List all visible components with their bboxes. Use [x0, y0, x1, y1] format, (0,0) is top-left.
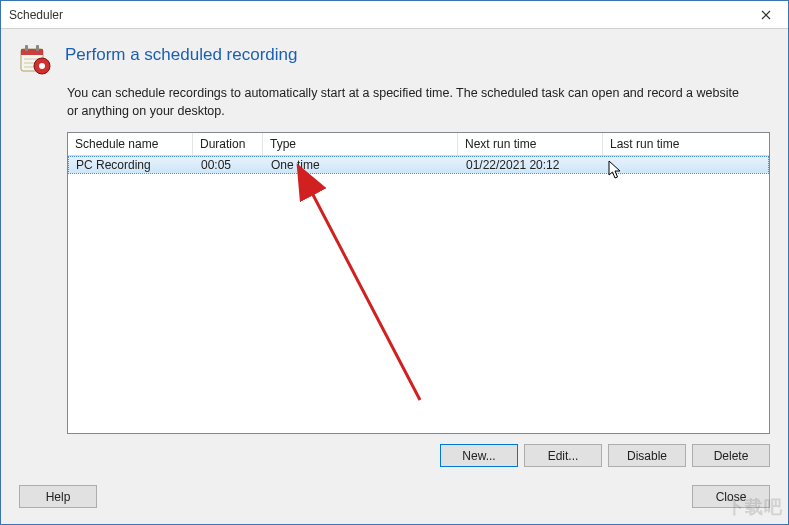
edit-button[interactable]: Edit...: [524, 444, 602, 467]
bottom-button-row: Help Close: [19, 485, 770, 508]
column-header-type[interactable]: Type: [263, 133, 458, 155]
delete-button[interactable]: Delete: [692, 444, 770, 467]
svg-rect-3: [36, 45, 39, 51]
header-row: Perform a scheduled recording: [19, 43, 770, 75]
new-button[interactable]: New...: [440, 444, 518, 467]
column-header-duration[interactable]: Duration: [193, 133, 263, 155]
help-button[interactable]: Help: [19, 485, 97, 508]
svg-rect-2: [25, 45, 28, 51]
scheduler-window: Scheduler Perform a scheduled recording …: [0, 0, 789, 525]
cell-type: One time: [264, 158, 459, 172]
page-title: Perform a scheduled recording: [65, 43, 297, 65]
close-button[interactable]: Close: [692, 485, 770, 508]
column-header-name[interactable]: Schedule name: [68, 133, 193, 155]
svg-point-8: [39, 63, 45, 69]
titlebar: Scheduler: [1, 1, 788, 29]
column-header-next-run[interactable]: Next run time: [458, 133, 603, 155]
svg-rect-1: [21, 49, 43, 55]
action-button-row: New... Edit... Disable Delete: [67, 444, 770, 467]
cell-duration: 00:05: [194, 158, 264, 172]
table-body: PC Recording 00:05 One time 01/22/2021 2…: [68, 156, 769, 433]
disable-button[interactable]: Disable: [608, 444, 686, 467]
cell-next-run: 01/22/2021 20:12: [459, 158, 604, 172]
table-row[interactable]: PC Recording 00:05 One time 01/22/2021 2…: [68, 156, 769, 174]
schedule-table: Schedule name Duration Type Next run tim…: [67, 132, 770, 434]
cell-name: PC Recording: [69, 158, 194, 172]
content-area: Perform a scheduled recording You can sc…: [1, 29, 788, 524]
close-icon: [761, 10, 771, 20]
column-header-last-run[interactable]: Last run time: [603, 133, 769, 155]
calendar-recording-icon: [19, 43, 51, 75]
window-close-button[interactable]: [744, 1, 788, 29]
window-title: Scheduler: [9, 8, 744, 22]
description-text: You can schedule recordings to automatic…: [67, 85, 747, 120]
table-header-row: Schedule name Duration Type Next run tim…: [68, 133, 769, 156]
